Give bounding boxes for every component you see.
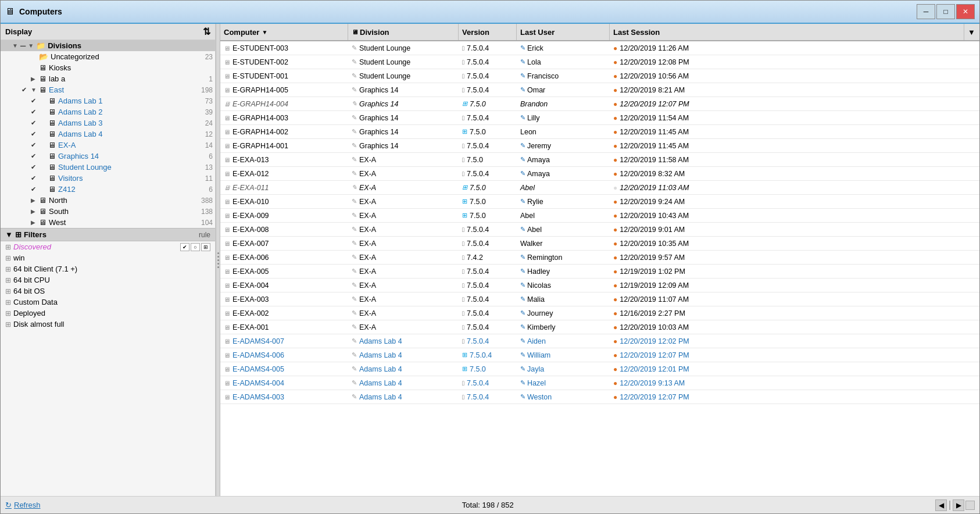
table-row[interactable]: 🖥 E-EXA-010 ✎ EX-A ⊞ 7.5.0 ✎ Rylie ● 12/… [220,195,979,209]
table-row[interactable]: 🖥 E-EXA-006 ✎ EX-A  7.4.2 ✎ Remington ●… [220,251,979,265]
division-icon: ✎ [352,72,357,80]
tree-item-exa[interactable]: ✔ 🖥 EX-A 14 [1,140,215,151]
table-row[interactable]: 🖥 E-ADAMS4-007 ✎ Adams Lab 4  7.5.0.4 ✎… [220,334,979,348]
division-icon: ✎ [352,170,357,177]
icon-uncategorized: 📂 [39,52,48,61]
table-row[interactable]: 🖥 E-GRAPH14-003 ✎ Graphics 14  7.5.0.4 … [220,111,979,125]
cell-lastuser: ✎ Nicolas [517,279,610,292]
filter-item-disk[interactable]: ⊞ Disk almost full [1,319,215,330]
table-row[interactable]: 🖥 E-EXA-007 ✎ EX-A  7.5.0.4 Walker ● 12… [220,237,979,251]
divisions-header[interactable]: ▼ ─ ▼ 📁 Divisions [1,40,215,51]
filter-ctrl-circle[interactable]: ○ [191,243,200,251]
tree-item-lab-a[interactable]: ▶ 🖥 lab a 1 [1,73,215,84]
table-row[interactable]: 🖥 E-EXA-008 ✎ EX-A  7.5.0.4 ✎ Abel ● 12… [220,223,979,237]
col-division-icon: 🖥 [352,28,358,35]
refresh-button[interactable]: ↻ Refresh [5,501,41,509]
icon-west: 🖥 [39,218,47,227]
filter-item-deployed[interactable]: ⊞ Deployed [1,308,215,319]
cell-version: ⊞ 7.5.0 [459,181,517,194]
table-row[interactable]: 🖥 E-STUDENT-002 ✎ Student Lounge  7.5.0… [220,55,979,69]
filter-item-64bit-cpu[interactable]: ⊞ 64 bit CPU [1,274,215,285]
panel-divider[interactable] [216,24,220,496]
horizontal-scrollbar[interactable] [949,501,950,510]
division-name: Graphics 14 [359,86,398,94]
filters-section-header[interactable]: ▼ ⊞ Filters rule [1,228,215,241]
tree-item-adams1[interactable]: ✔ 🖥 Adams Lab 1 73 [1,95,215,106]
col-header-lastuser[interactable]: Last User [517,24,610,40]
col-version-label: Version [462,28,489,37]
tree-item-adams3[interactable]: ✔ 🖥 Adams Lab 3 24 [1,117,215,128]
table-row[interactable]: 🖥 E-EXA-013 ✎ EX-A  7.5.0 ✎ Amaya ● 12/… [220,153,979,167]
division-name: EX-A [359,226,376,234]
table-header: Computer ▼ 🖥 Division Version Last User … [220,24,979,41]
table-row[interactable]: 🖥 E-STUDENT-001 ✎ Student Lounge  7.5.0… [220,69,979,83]
table-row[interactable]: 🖥 E-EXA-012 ✎ EX-A  7.5.0.4 ✎ Amaya ● 1… [220,167,979,181]
table-row[interactable]: 🖥 E-ADAMS4-005 ✎ Adams Lab 4 ⊞ 7.5.0 ✎ J… [220,362,979,376]
computer-icon: 🖥 [224,142,230,149]
lastsession-value: 12/20/2019 12:01 PM [620,365,689,373]
table-row[interactable]: 🖥 E-EXA-004 ✎ EX-A  7.5.0.4 ✎ Nicolas ●… [220,279,979,292]
lastsession-value: 12/16/2019 2:27 PM [620,309,685,317]
scroll-right-button[interactable]: ▶ [953,499,964,511]
filter-item-64bit-client[interactable]: ⊞ 64 bit Client (7.1 +) [1,263,215,274]
tree-item-student-lounge[interactable]: ✔ 🖥 Student Lounge 13 [1,162,215,173]
col-header-filter[interactable]: ▼ [964,24,979,40]
table-row[interactable]: 🖥 E-EXA-001 ✎ EX-A  7.5.0.4 ✎ Kimberly … [220,320,979,334]
tree-item-kiosks[interactable]: 🖥 Kiosks [1,62,215,73]
minimize-button[interactable]: ─ [917,4,935,19]
tree-item-west[interactable]: ▶ 🖥 West 104 [1,217,215,228]
table-row[interactable]: 🖥 E-GRAPH14-004 ✎ Graphics 14 ⊞ 7.5.0 Br… [220,97,979,111]
table-row[interactable]: 🖥 E-EXA-005 ✎ EX-A  7.5.0.4 ✎ Hadley ● … [220,265,979,279]
close-button[interactable]: ✕ [956,4,975,19]
table-row[interactable]: 🖥 E-ADAMS4-006 ✎ Adams Lab 4 ⊞ 7.5.0.4 ✎… [220,348,979,362]
tree-item-uncategorized[interactable]: 📂 Uncategorized 23 [1,51,215,62]
session-dot-icon: ● [613,184,617,192]
computer-icon: 🖥 [224,87,230,94]
col-header-computer[interactable]: Computer ▼ [220,24,348,40]
table-row[interactable]: 🖥 E-STUDENT-003 ✎ Student Lounge  7.5.0… [220,41,979,55]
col-header-division[interactable]: 🖥 Division [348,24,459,40]
tree-item-z412[interactable]: ✔ 🖥 Z412 6 [1,184,215,195]
tree-item-adams2[interactable]: ✔ 🖥 Adams Lab 2 39 [1,106,215,117]
computer-icon: 🖥 [224,240,230,247]
left-content: ▼ ─ ▼ 📁 Divisions 📂 Uncategorized 23 [1,40,215,496]
version-value: 7.4.2 [467,254,483,262]
filter-item-custom-data[interactable]: ⊞ Custom Data [1,297,215,308]
tree-item-north[interactable]: ▶ 🖥 North 388 [1,195,215,206]
lastuser-value: Rylie [527,198,543,206]
left-panel: Display ⇅ ▼ ─ ▼ 📁 Divisions [1,24,216,496]
table-row[interactable]: 🖥 E-GRAPH14-002 ✎ Graphics 14 ⊞ 7.5.0 Le… [220,125,979,139]
tree-item-south[interactable]: ▶ 🖥 South 138 [1,206,215,217]
cell-computer: 🖥 E-GRAPH14-002 [220,125,348,138]
filter-item-win[interactable]: ⊞ win [1,252,215,263]
tree-item-adams4[interactable]: ✔ 🖥 Adams Lab 4 12 [1,128,215,140]
table-row[interactable]: 🖥 E-EXA-003 ✎ EX-A  7.5.0.4 ✎ Malia ● 1… [220,292,979,306]
tree-item-east[interactable]: ✔ ▼ 🖥 East 198 [1,84,215,95]
table-row[interactable]: 🖥 E-ADAMS4-003 ✎ Adams Lab 4  7.5.0.4 ✎… [220,390,979,404]
filter-item-64bit-os[interactable]: ⊞ 64 bit OS [1,285,215,297]
table-row[interactable]: 🖥 E-GRAPH14-005 ✎ Graphics 14  7.5.0.4 … [220,83,979,97]
filter-ctrl-check[interactable]: ✔ [180,243,189,251]
scroll-left-button[interactable]: ◀ [935,499,947,511]
lastuser-value: Kimberly [527,323,556,331]
version-value: 7.5.0.4 [467,170,489,178]
divider-dot-3 [217,259,219,261]
tree-item-visitors[interactable]: ✔ 🖥 Visitors 11 [1,173,215,184]
division-name: Adams Lab 4 [359,365,402,373]
table-row[interactable]: 🖥 E-EXA-011 ✎ EX-A ⊞ 7.5.0 Abel ● 12/20/… [220,181,979,195]
cell-lastuser: ✎ Erick [517,41,610,55]
maximize-button[interactable]: □ [936,4,955,19]
filter-ctrl-grid[interactable]: ⊞ [201,243,210,251]
table-row[interactable]: 🖥 E-EXA-002 ✎ EX-A  7.5.0.4 ✎ Journey ●… [220,306,979,320]
division-icon: ✎ [352,114,357,122]
table-row[interactable]: 🖥 E-EXA-009 ✎ EX-A ⊞ 7.5.0 Abel ● 12/20/… [220,209,979,223]
computer-name: E-GRAPH14-002 [233,128,288,136]
table-row[interactable]: 🖥 E-GRAPH14-001 ✎ Graphics 14  7.5.0.4 … [220,139,979,153]
main-window: 🖥 Computers ─ □ ✕ Display ⇅ ▼ ─ ▼ [0,0,980,514]
col-header-lastsession[interactable]: Last Session [610,24,964,40]
tree-item-graphics14[interactable]: ✔ 🖥 Graphics 14 6 [1,151,215,162]
cell-division: ✎ Graphics 14 [348,125,459,138]
table-row[interactable]: 🖥 E-ADAMS4-004 ✎ Adams Lab 4  7.5.0.4 ✎… [220,376,979,390]
col-header-version[interactable]: Version [459,24,517,40]
filter-item-discovered[interactable]: ⊞ Discovered ✔ ○ ⊞ [1,241,215,252]
